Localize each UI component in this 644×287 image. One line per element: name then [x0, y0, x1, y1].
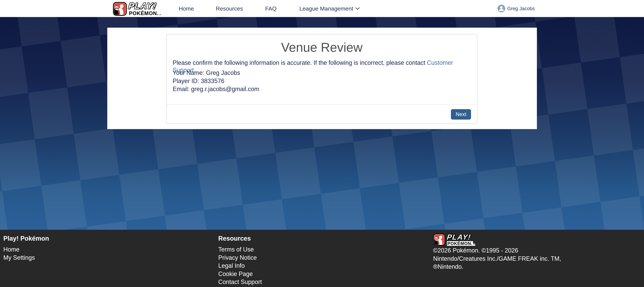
footer-link-contact-support[interactable]: Contact Support	[218, 278, 262, 286]
page-background: Venue Review Please confirm the followin…	[0, 17, 644, 230]
player-details: Your Name: Greg Jacobs Player ID: 383357…	[173, 69, 259, 93]
footer-heading-resources: Resources	[218, 235, 262, 242]
nav-home[interactable]: Home	[179, 0, 194, 17]
page-footer: Play! Pokémon Home My Settings Resources…	[0, 230, 644, 287]
logo-tm-mark: ™	[159, 14, 161, 16]
nav-league-management[interactable]: League Management	[299, 0, 360, 17]
footer-logo-play-word: PLAY!	[446, 233, 471, 241]
copyright-line-2: Nintendo/Creatures Inc./GAME FREAK inc. …	[433, 255, 561, 263]
player-email-line: Email: greg.r.jacobs@gmail.com	[173, 85, 259, 93]
nav-resources[interactable]: Resources	[216, 0, 243, 17]
venue-review-card: Venue Review Please confirm the followin…	[166, 34, 478, 124]
top-nav: PLAY! POKÉMON.™ Home Resources FAQ Leagu…	[0, 0, 644, 17]
next-button[interactable]: Next	[451, 109, 471, 120]
nav-faq[interactable]: FAQ	[265, 0, 276, 17]
footer-logo-tm-mark: ™	[473, 244, 475, 246]
footer-logo-pokemon-word: POKÉMON.	[447, 241, 473, 246]
user-avatar	[498, 5, 505, 12]
chevron-down-icon	[355, 7, 360, 10]
play-pokemon-logo[interactable]: PLAY! POKÉMON.™	[113, 1, 161, 16]
person-icon	[498, 5, 505, 12]
footer-link-cookie-page[interactable]: Cookie Page	[218, 270, 262, 278]
footer-link-terms-of-use[interactable]: Terms of Use	[218, 246, 262, 254]
confirmation-text-prefix: Please confirm the following information…	[173, 59, 427, 66]
player-id-line: Player ID: 3833576	[173, 77, 259, 85]
footer-heading-play-pokemon: Play! Pokémon	[3, 235, 49, 242]
footer-link-privacy-notice[interactable]: Privacy Notice	[218, 254, 262, 262]
footer-link-legal-info[interactable]: Legal Info	[218, 262, 262, 270]
content-panel: Venue Review Please confirm the followin…	[107, 28, 537, 129]
user-menu[interactable]: Greg Jacobs	[498, 0, 535, 17]
footer-column-resources: Resources Terms of Use Privacy Notice Le…	[218, 230, 262, 286]
footer-link-home[interactable]: Home	[3, 246, 49, 254]
footer-play-pokemon-logo[interactable]: PLAY! POKÉMON.™	[433, 233, 561, 246]
card-footer-divider	[166, 104, 477, 105]
copyright-line-1: ©2026 Pokémon. ©1995 - 2026	[433, 247, 561, 255]
user-name: Greg Jacobs	[507, 6, 535, 11]
logo-play-word: PLAY!	[128, 1, 157, 10]
page-title: Venue Review	[166, 40, 477, 54]
footer-column-brand: PLAY! POKÉMON.™ ©2026 Pokémon. ©1995 - 2…	[433, 230, 561, 271]
logo-pokemon-word: POKÉMON.	[128, 10, 159, 16]
footer-play-pokemon-emblem	[433, 234, 445, 246]
play-pokemon-emblem	[113, 2, 127, 16]
footer-column-play-pokemon: Play! Pokémon Home My Settings	[3, 230, 49, 262]
player-name-line: Your Name: Greg Jacobs	[173, 69, 259, 77]
copyright-text: ©2026 Pokémon. ©1995 - 2026 Nintendo/Cre…	[433, 247, 561, 271]
footer-link-my-settings[interactable]: My Settings	[3, 254, 49, 262]
nav-league-management-label: League Management	[299, 5, 353, 12]
copyright-line-3: ®Nintendo.	[433, 263, 561, 271]
